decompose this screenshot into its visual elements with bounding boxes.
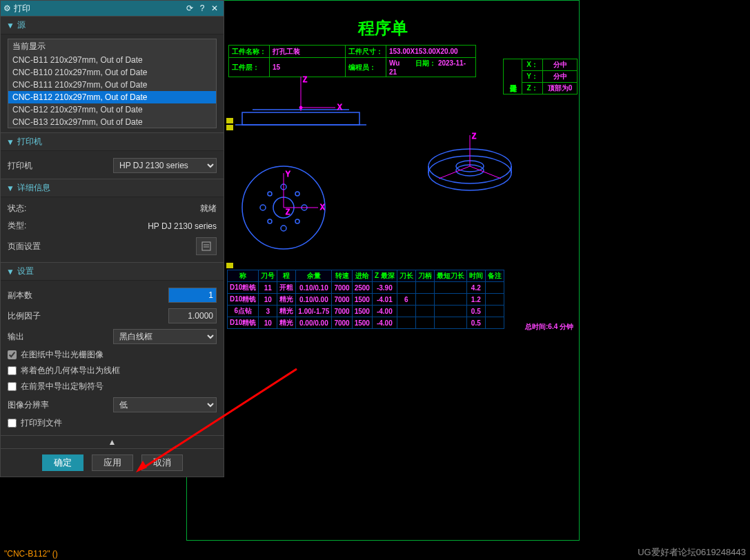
printer-label: 打印机 [8,160,32,172]
svg-point-15 [295,192,299,196]
source-item[interactable]: CNC-B112 210x297mm, Out of Date [8,91,216,103]
table-header: 刀号 [259,270,277,282]
gear-icon: ⚙ [3,3,11,13]
chk-raster[interactable] [8,350,17,359]
status-bar: "CNC-B112" () [4,549,58,559]
prog-value: Wu [389,59,399,67]
state-value: 就绪 [200,203,217,214]
scale-label: 比例因子 [8,310,41,322]
svg-text:Y: Y [286,170,290,178]
ok-button[interactable]: 确定 [42,454,83,471]
table-header: 备注 [485,270,504,282]
collapse-button[interactable]: ▲ [1,435,224,448]
source-header[interactable]: ▼源 [1,16,224,34]
page-icon [201,241,212,252]
res-label: 图像分辨率 [8,399,49,411]
svg-point-12 [260,205,266,210]
yellow-marker [226,263,233,268]
scale-input[interactable] [168,308,217,323]
source-item[interactable]: CNC-B12 210x297mm, Out of Date [8,103,216,116]
source-item[interactable]: CNC-B111 210x297mm, Out of Date [8,79,216,91]
machining-table: 称刀号程余量转速进给Z 最深刀长刀柄最短刀长时间备注 D10粗铣11开粗0.10… [227,270,504,329]
apply-button[interactable]: 应用 [92,454,133,471]
svg-point-14 [268,192,272,196]
svg-point-17 [295,219,299,223]
svg-text:Z: Z [303,76,307,83]
watermark: UG爱好者论坛0619248443 [638,546,746,559]
copies-label: 副本数 [8,290,32,301]
chk-tofile[interactable] [8,419,17,428]
svg-text:X: X [337,103,342,111]
source-item[interactable]: CNC-B110 210x297mm, Out of Date [8,66,216,79]
table-row: 6点钻3精光1.00/-1.7570001500-4.000.5 [228,306,504,317]
svg-point-7 [299,106,302,109]
chk-wireframe[interactable] [8,366,17,375]
table-header: 刀长 [397,270,415,282]
svg-text:Z: Z [472,132,476,140]
table-header: 进给 [352,270,372,282]
table-header: 程 [277,270,296,282]
source-item[interactable]: CNC-B11 210x297mm, Out of Date [8,54,216,66]
yellow-marker [226,125,233,130]
cancel-button[interactable]: 取消 [141,454,183,471]
yellow-marker [226,118,233,123]
table-row: D10精铣10精光0.00/0.0070001500-4.000.5 [228,317,504,329]
table-header: 称 [228,270,259,282]
drawing-canvas: 程序单 工件名称： 打孔工装 工件尺寸： 153.00X153.00X20.00… [186,0,580,541]
output-select[interactable]: 黑白线框 [113,329,217,344]
close-icon[interactable]: ✕ [208,3,221,13]
svg-text:Z: Z [286,208,290,216]
source-item[interactable]: CNC-B13 210x297mm, Out of Date [8,116,216,128]
size-label: 工件尺寸： [346,46,386,58]
refresh-icon[interactable]: ⟳ [184,3,196,13]
printer-select[interactable]: HP DJ 2130 series [113,158,217,173]
svg-point-16 [268,219,272,223]
help-icon[interactable]: ? [196,3,208,13]
x-value: 分中 [543,59,578,71]
dialog-titlebar[interactable]: ⚙ 打印 ⟳ ? ✕ [1,1,224,16]
table-row: D10粗铣11开粗0.10/0.1070002500-3.904.2 [228,282,504,294]
size-value: 153.00X153.00X20.00 [386,46,476,58]
sheet-title: 程序单 [187,17,579,39]
pageset-label: 页面设置 [8,241,41,252]
svg-line-31 [470,166,501,179]
source-listbox[interactable]: 当前显示CNC-B11 210x297mm, Out of DateCNC-B1… [8,39,217,128]
svg-rect-33 [202,242,210,250]
svg-line-32 [439,166,470,179]
svg-point-11 [281,226,286,231]
settings-header[interactable]: ▼设置 [1,262,224,281]
source-item[interactable]: 当前显示 [8,39,216,54]
date-label: 日期： [415,59,436,67]
x-label: X： [522,59,543,71]
table-header: 最短刀长 [434,270,466,282]
detail-header[interactable]: ▼详细信息 [1,179,224,197]
table-row: D10精铣10精光0.10/0.0070001500-4.0161.2 [228,294,504,306]
type-label: 类型: [8,220,26,232]
res-select[interactable]: 低 [113,397,217,412]
copies-input[interactable] [168,288,217,303]
dialog-title: 打印 [14,3,30,14]
name-value: 打孔工装 [270,46,346,58]
svg-rect-0 [242,112,359,125]
table-header: 时间 [466,270,485,282]
table-header: 余量 [296,270,332,282]
state-label: 状态: [8,203,26,214]
output-label: 输出 [8,331,24,343]
page-setup-button[interactable] [196,237,217,255]
table-header: 刀柄 [415,270,434,282]
print-dialog: ⚙ 打印 ⟳ ? ✕ ▼源 当前显示CNC-B11 210x297mm, Out… [0,0,224,477]
svg-text:X: X [320,203,325,211]
name-label: 工件名称： [229,46,270,58]
table-header: 转速 [332,270,352,282]
type-value: HP DJ 2130 series [148,221,217,231]
total-time: 总时间:6.4 分钟 [525,322,573,332]
chk-symbols[interactable] [8,382,17,391]
printer-header[interactable]: ▼打印机 [1,132,224,151]
technical-drawings: Z X Y X Z Z [228,70,573,263]
table-header: Z 最深 [372,270,397,282]
